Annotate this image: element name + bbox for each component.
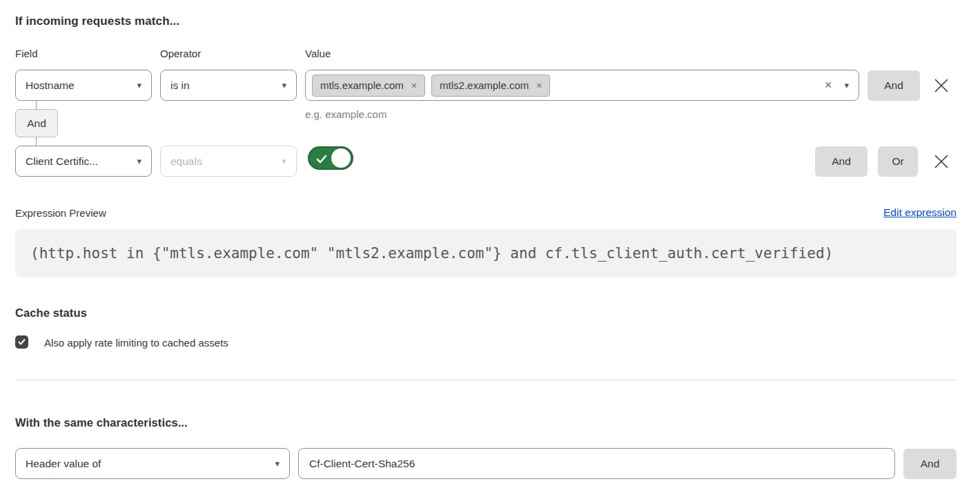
cache-status-title: Cache status bbox=[15, 306, 87, 320]
expression-code-block: (http.host in {"mtls.example.com" "mtls2… bbox=[15, 229, 957, 277]
close-icon-row2[interactable] bbox=[934, 154, 949, 169]
cached-assets-checkbox[interactable] bbox=[15, 335, 28, 349]
cached-assets-checkbox-label: Also apply rate limiting to cached asset… bbox=[44, 337, 228, 349]
remove-tag-icon[interactable]: × bbox=[411, 80, 417, 91]
value-tag-label: mtls2.example.com bbox=[440, 79, 529, 91]
section-divider bbox=[15, 380, 957, 380]
operator-select-row2: equals ▾ bbox=[160, 146, 297, 177]
and-button-row2[interactable]: And bbox=[815, 146, 868, 177]
field-select-row2-value: Client Certific... bbox=[26, 155, 131, 168]
chevron-down-icon[interactable]: ▾ bbox=[844, 80, 849, 90]
operator-select-row2-value: equals bbox=[170, 155, 276, 168]
check-icon bbox=[315, 153, 328, 166]
value-tag-label: mtls.example.com bbox=[320, 79, 404, 91]
remove-tag-icon[interactable]: × bbox=[536, 80, 542, 91]
chevron-down-icon: ▾ bbox=[137, 81, 141, 90]
and-button-characteristics[interactable]: And bbox=[903, 449, 957, 479]
or-button-row2[interactable]: Or bbox=[878, 146, 918, 177]
characteristic-select[interactable]: Header value of ▾ bbox=[15, 448, 290, 479]
field-select-row2[interactable]: Client Certific... ▾ bbox=[15, 146, 152, 177]
value-multiselect-row1[interactable]: mtls.example.com × mtls2.example.com × ×… bbox=[305, 70, 859, 101]
expression-preview-label: Expression Preview bbox=[15, 207, 106, 219]
value-column-label: Value bbox=[305, 48, 331, 59]
toggle-knob bbox=[331, 148, 351, 168]
check-icon bbox=[17, 338, 26, 347]
edit-expression-link[interactable]: Edit expression bbox=[883, 206, 957, 219]
operator-column-label: Operator bbox=[160, 48, 201, 59]
cert-verified-toggle[interactable] bbox=[308, 146, 353, 170]
chevron-down-icon: ▾ bbox=[282, 81, 286, 90]
field-select-row1[interactable]: Hostname ▾ bbox=[15, 70, 152, 101]
value-helper-text: e.g. example.com bbox=[305, 108, 386, 120]
field-column-label: Field bbox=[15, 48, 38, 59]
close-icon-row1[interactable] bbox=[934, 78, 949, 93]
characteristics-title: With the same characteristics... bbox=[15, 416, 188, 429]
operator-select-row1-value: is in bbox=[170, 79, 276, 92]
value-tag: mtls.example.com × bbox=[312, 75, 425, 97]
chevron-down-icon: ▾ bbox=[275, 459, 280, 468]
and-button-row1[interactable]: And bbox=[868, 70, 920, 101]
row-connector-and-button[interactable]: And bbox=[15, 109, 58, 137]
connector-line-bottom bbox=[36, 137, 37, 146]
expression-code: (http.host in {"mtls.example.com" "mtls2… bbox=[30, 245, 833, 262]
chevron-down-icon: ▾ bbox=[137, 157, 141, 166]
operator-select-row1[interactable]: is in ▾ bbox=[160, 70, 297, 101]
chevron-down-icon: ▾ bbox=[282, 157, 286, 166]
field-select-row1-value: Hostname bbox=[26, 79, 131, 92]
match-section-title: If incoming requests match... bbox=[15, 14, 179, 28]
clear-values-icon[interactable]: × bbox=[821, 78, 836, 92]
connector-line-top bbox=[36, 101, 37, 109]
header-name-input[interactable] bbox=[298, 448, 895, 479]
characteristic-select-value: Header value of bbox=[26, 458, 269, 470]
value-tag: mtls2.example.com × bbox=[431, 75, 550, 97]
